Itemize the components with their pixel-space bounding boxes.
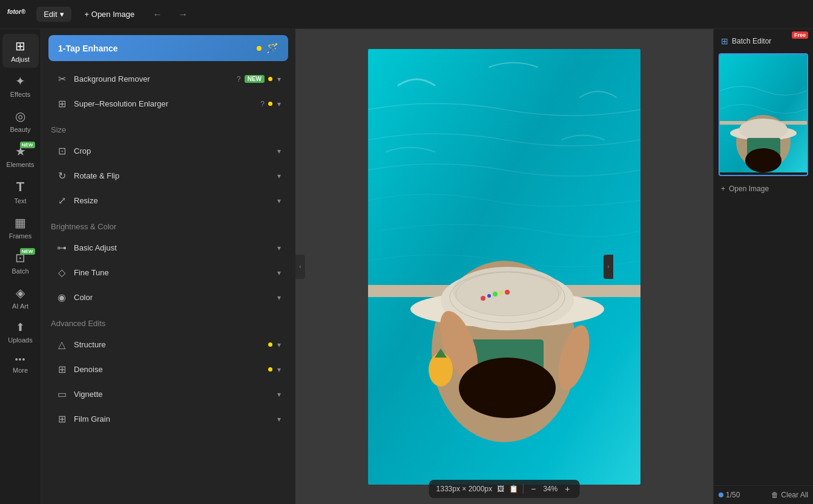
page-count: 1/50: [719, 491, 740, 499]
chevron-icon: ▾: [277, 244, 281, 252]
collapse-right-panel-arrow[interactable]: ›: [604, 255, 613, 279]
chevron-icon: ▾: [277, 365, 281, 374]
rotate-icon: ↻: [56, 170, 68, 182]
tool-basic-adjust[interactable]: ⊶ Basic Adjust ▾: [46, 236, 291, 260]
effects-icon: ✦: [15, 74, 25, 88]
advanced-edits-section-header: Advanced Edits: [41, 310, 295, 332]
tool-super-resolution[interactable]: ⊞ Super–Resolution Enlarger ? ▾: [46, 92, 291, 116]
tool-rotate-flip[interactable]: ↻ Rotate & Flip ▾: [46, 164, 291, 188]
chevron-icon: ▾: [277, 75, 281, 83]
undo-button[interactable]: ←: [148, 6, 167, 23]
svg-point-14: [493, 292, 498, 296]
chevron-icon: ▾: [277, 415, 281, 424]
adjust-icon: ⊞: [15, 39, 25, 53]
open-image-right-label: Open Image: [729, 185, 769, 193]
fine-tune-icon: ◇: [56, 267, 68, 278]
chevron-icon: ▾: [277, 341, 281, 349]
new-badge: NEW: [20, 142, 35, 148]
brightness-color-section-header: Brightness & Color: [41, 214, 295, 235]
svg-point-10: [429, 353, 453, 387]
right-panel-top: ⊞ Batch Editor Free: [714, 29, 813, 201]
sidebar-item-label: Effects: [10, 91, 30, 98]
crop-icon: ⊡: [56, 145, 68, 157]
tool-crop[interactable]: ⊡ Crop ▾: [46, 139, 291, 163]
super-resolution-icon: ⊞: [56, 98, 68, 110]
app-logo: fotor®: [7, 7, 25, 22]
tool-name: Super–Resolution Enlarger: [74, 99, 260, 108]
pool-svg: [368, 49, 640, 485]
tool-dot: [268, 77, 272, 81]
svg-point-15: [499, 291, 503, 295]
sidebar-item-frames[interactable]: ▦ Frames: [2, 211, 39, 244]
tool-name: Film Grain: [74, 414, 277, 424]
chevron-icon: ▾: [277, 269, 281, 277]
sidebar-item-label: AI Art: [12, 303, 28, 310]
tool-film-grain[interactable]: ⊞ Film Grain ▾: [46, 407, 291, 431]
sidebar-item-ai-art[interactable]: ◈ AI Art: [2, 281, 39, 315]
image-thumbnail-container[interactable]: [719, 53, 808, 176]
basic-adjust-icon: ⊶: [56, 242, 68, 254]
zoom-out-button[interactable]: −: [528, 483, 538, 495]
open-image-button[interactable]: + Open Image: [77, 7, 142, 22]
vignette-icon: ▭: [56, 388, 68, 400]
clear-all-button[interactable]: 🗑 Clear All: [771, 491, 808, 499]
sidebar-item-label: More: [13, 367, 28, 374]
color-icon: ◉: [56, 292, 68, 303]
tool-structure[interactable]: △ Structure ▾: [46, 333, 291, 356]
separator: [523, 484, 524, 494]
main-content: ⊞ Adjust ✦ Effects ◎ Beauty NEW ★ Elemen…: [0, 29, 813, 504]
edit-button[interactable]: Edit ▾: [36, 7, 71, 22]
sidebar-item-label: Frames: [9, 232, 31, 240]
tool-name: Resize: [74, 196, 277, 205]
zoom-level: 34%: [543, 485, 558, 493]
ai-art-icon: ◈: [16, 286, 25, 300]
film-grain-icon: ⊞: [56, 413, 68, 425]
tool-name: Crop: [74, 146, 277, 155]
chevron-icon: ▾: [277, 172, 281, 180]
tool-denoise[interactable]: ⊞ Denoise ▾: [46, 358, 291, 381]
enhance-dot: [257, 46, 262, 51]
tool-background-remover[interactable]: ✂ Background Remover ? NEW ▾: [46, 67, 291, 91]
sidebar-item-label: Uploads: [8, 336, 32, 344]
tool-name: Background Remover: [74, 74, 237, 83]
tool-name: Vignette: [74, 390, 277, 399]
sidebar-item-label: Batch: [12, 267, 28, 275]
trash-icon: 🗑: [771, 491, 778, 499]
beauty-icon: ◎: [15, 109, 25, 123]
sidebar-item-elements[interactable]: NEW ★ Elements: [2, 139, 39, 173]
sidebar-item-effects[interactable]: ✦ Effects: [2, 69, 39, 103]
right-panel-bottom: [714, 201, 813, 485]
canvas-image: [368, 49, 640, 485]
canvas-wrapper: 1333px × 2000px 🖼 📋 − 34% +: [295, 29, 713, 504]
sidebar-item-more[interactable]: ••• More: [2, 350, 39, 379]
tool-vignette[interactable]: ▭ Vignette ▾: [46, 382, 291, 406]
image-dimensions: 1333px × 2000px: [436, 485, 492, 493]
icon-sidebar: ⊞ Adjust ✦ Effects ◎ Beauty NEW ★ Elemen…: [0, 29, 41, 504]
redo-button[interactable]: →: [173, 6, 193, 23]
batch-editor-label: Batch Editor: [732, 37, 771, 45]
image-icon: 🖼: [497, 485, 504, 493]
tool-color[interactable]: ◉ Color ▾: [46, 286, 291, 309]
sidebar-item-adjust[interactable]: ⊞ Adjust: [2, 34, 39, 68]
chevron-icon: ▾: [277, 390, 281, 399]
plus-icon: +: [721, 185, 725, 193]
chevron-icon: ▾: [277, 197, 281, 205]
uploads-icon: ⬆: [16, 321, 25, 334]
sidebar-item-uploads[interactable]: ⬆ Uploads: [2, 316, 39, 349]
enhance-label: 1-Tap Enhance: [58, 44, 257, 53]
canvas-area: ‹: [295, 29, 713, 504]
sidebar-item-text[interactable]: T Text: [2, 174, 39, 209]
sidebar-item-batch[interactable]: NEW ⊡ Batch: [2, 246, 39, 280]
tool-dot: [268, 342, 272, 347]
sidebar-item-label: Text: [14, 197, 26, 205]
sidebar-item-label: Beauty: [10, 126, 30, 133]
open-image-right-button[interactable]: + Open Image: [719, 181, 808, 197]
one-tap-enhance-button[interactable]: 1-Tap Enhance 🪄: [48, 35, 288, 61]
sidebar-item-beauty[interactable]: ◎ Beauty: [2, 104, 39, 138]
canvas-info-bar: 1333px × 2000px 🖼 📋 − 34% +: [429, 480, 580, 498]
tool-resize[interactable]: ⤢ Resize ▾: [46, 189, 291, 212]
zoom-in-button[interactable]: +: [562, 483, 572, 495]
frames-icon: ▦: [15, 215, 26, 230]
tool-name: Rotate & Flip: [74, 171, 277, 180]
tool-fine-tune[interactable]: ◇ Fine Tune ▾: [46, 261, 291, 284]
